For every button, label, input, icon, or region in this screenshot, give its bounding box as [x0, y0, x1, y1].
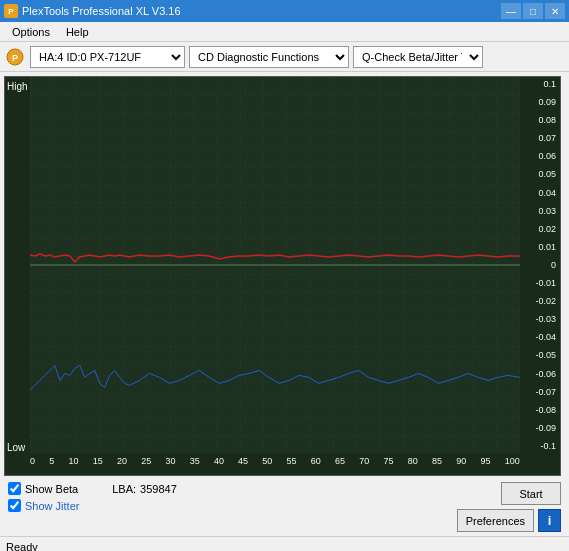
y-tick-005: 0.05 — [522, 169, 558, 179]
x-tick-55: 55 — [287, 456, 297, 466]
toolbar: P HA:4 ID:0 PX-712UF CD Diagnostic Funct… — [0, 42, 569, 72]
show-jitter-row: Show Jitter — [8, 499, 177, 512]
minimize-button[interactable]: — — [501, 3, 521, 19]
function-select[interactable]: CD Diagnostic Functions — [189, 46, 349, 68]
x-tick-85: 85 — [432, 456, 442, 466]
y-axis-right: 0.1 0.09 0.08 0.07 0.06 0.05 0.04 0.03 0… — [520, 77, 560, 453]
bottom-right: Start Preferences i — [457, 482, 561, 532]
y-tick-006: 0.06 — [522, 151, 558, 161]
window-title: PlexTools Professional XL V3.16 — [22, 5, 181, 17]
chart-area — [30, 77, 520, 453]
y-tick-01: 0.1 — [522, 79, 558, 89]
drive-select[interactable]: HA:4 ID:0 PX-712UF — [30, 46, 185, 68]
y-tick-002: 0.02 — [522, 224, 558, 234]
y-tick-003: 0.03 — [522, 206, 558, 216]
chart-label-high: High — [7, 81, 28, 92]
title-bar: P PlexTools Professional XL V3.16 — □ ✕ — [0, 0, 569, 22]
y-tick-0: 0 — [522, 260, 558, 270]
x-tick-20: 20 — [117, 456, 127, 466]
drive-icon: P — [4, 46, 26, 68]
x-tick-75: 75 — [384, 456, 394, 466]
y-tick-n01: -0.1 — [522, 441, 558, 451]
info-button[interactable]: i — [538, 509, 561, 532]
status-text: Ready — [6, 541, 38, 552]
x-tick-90: 90 — [456, 456, 466, 466]
show-jitter-checkbox[interactable] — [8, 499, 21, 512]
y-tick-n007: -0.07 — [522, 387, 558, 397]
x-tick-25: 25 — [141, 456, 151, 466]
y-tick-n008: -0.08 — [522, 405, 558, 415]
show-beta-row: Show Beta LBA: 359847 — [8, 482, 177, 495]
x-tick-100: 100 — [505, 456, 520, 466]
x-tick-60: 60 — [311, 456, 321, 466]
y-tick-n003: -0.03 — [522, 314, 558, 324]
y-tick-007: 0.07 — [522, 133, 558, 143]
y-tick-001: 0.01 — [522, 242, 558, 252]
x-tick-70: 70 — [359, 456, 369, 466]
y-tick-n009: -0.09 — [522, 423, 558, 433]
show-beta-label: Show Beta — [25, 483, 78, 495]
test-select[interactable]: Q-Check Beta/Jitter Test — [353, 46, 483, 68]
bottom-left: Show Beta LBA: 359847 Show Jitter — [8, 482, 177, 512]
lba-label: LBA: — [112, 483, 136, 495]
chart-label-low: Low — [7, 442, 25, 453]
x-tick-65: 65 — [335, 456, 345, 466]
y-tick-n004: -0.04 — [522, 332, 558, 342]
main-content: High Low 0.1 0.09 0.08 0.07 0.06 0.05 0.… — [0, 72, 569, 536]
x-tick-80: 80 — [408, 456, 418, 466]
x-tick-0: 0 — [30, 456, 35, 466]
menu-options[interactable]: Options — [4, 24, 58, 40]
y-tick-004: 0.04 — [522, 188, 558, 198]
chart-svg — [30, 77, 520, 453]
close-button[interactable]: ✕ — [545, 3, 565, 19]
show-beta-checkbox[interactable] — [8, 482, 21, 495]
status-bar: Ready — [0, 536, 569, 551]
y-tick-n005: -0.05 — [522, 350, 558, 360]
x-tick-30: 30 — [165, 456, 175, 466]
x-tick-5: 5 — [49, 456, 54, 466]
bottom-panel: Show Beta LBA: 359847 Show Jitter Start … — [4, 476, 565, 532]
y-tick-009: 0.09 — [522, 97, 558, 107]
start-button[interactable]: Start — [501, 482, 561, 505]
app-icon: P — [4, 4, 18, 18]
x-tick-35: 35 — [190, 456, 200, 466]
chart-container: High Low 0.1 0.09 0.08 0.07 0.06 0.05 0.… — [4, 76, 561, 476]
y-tick-n006: -0.06 — [522, 369, 558, 379]
show-jitter-label: Show Jitter — [25, 500, 79, 512]
y-tick-008: 0.08 — [522, 115, 558, 125]
y-tick-n002: -0.02 — [522, 296, 558, 306]
maximize-button[interactable]: □ — [523, 3, 543, 19]
x-tick-15: 15 — [93, 456, 103, 466]
x-tick-45: 45 — [238, 456, 248, 466]
x-tick-95: 95 — [480, 456, 490, 466]
x-tick-10: 10 — [68, 456, 78, 466]
preferences-button[interactable]: Preferences — [457, 509, 534, 532]
menu-bar: Options Help — [0, 22, 569, 42]
x-tick-40: 40 — [214, 456, 224, 466]
menu-help[interactable]: Help — [58, 24, 97, 40]
x-tick-50: 50 — [262, 456, 272, 466]
lba-value: 359847 — [140, 483, 177, 495]
y-tick-n001: -0.01 — [522, 278, 558, 288]
x-axis: 0 5 10 15 20 25 30 35 40 45 50 55 60 65 … — [30, 453, 520, 475]
svg-text:P: P — [12, 53, 18, 63]
